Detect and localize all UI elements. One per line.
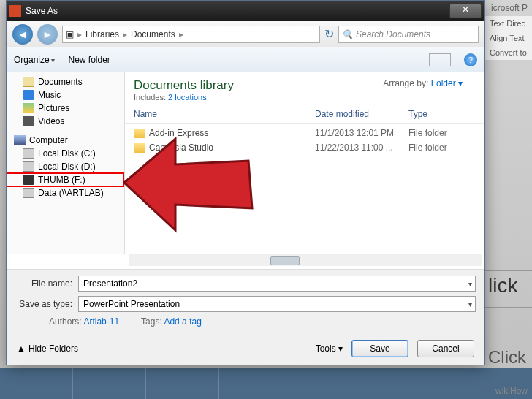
usb-drive-icon (23, 175, 34, 185)
view-options-button[interactable] (429, 53, 451, 66)
saveas-type-label: Save as type: (15, 299, 72, 309)
bg-slide-text: lick (488, 274, 532, 297)
new-folder-button[interactable]: New folder (68, 55, 110, 65)
dialog-title: Save As (26, 6, 449, 16)
bg-ribbon-panel: Text Direc Align Text Convert to (485, 16, 532, 60)
titlebar: Save As ✕ (7, 1, 484, 21)
music-icon (23, 90, 34, 100)
locations-link[interactable]: 2 locations (168, 93, 207, 102)
filename-label: File name: (15, 278, 72, 289)
save-as-dialog: Save As ✕ ◄ ► ▣ ▸ Libraries ▸ Documents … (6, 0, 485, 365)
tree-drive-c[interactable]: Local Disk (C:) (7, 147, 124, 160)
filename-input[interactable]: Presentation2 (78, 276, 476, 292)
tree-pictures[interactable]: Pictures (7, 102, 124, 115)
tree-computer[interactable]: Computer (7, 134, 124, 147)
forward-button[interactable]: ► (37, 24, 58, 45)
tree-documents[interactable]: Documents (7, 75, 124, 88)
documents-icon (23, 77, 34, 87)
list-item[interactable]: Camtasia Studio 11/22/2013 11:00 ... Fil… (134, 140, 476, 155)
hide-folders-button[interactable]: ▲Hide Folders (17, 343, 78, 354)
tree-drive-d[interactable]: Local Disk (D:) (7, 160, 124, 173)
file-list: Add-in Express 11/1/2013 12:01 PM File f… (125, 124, 484, 156)
nav-bar: ◄ ► ▣ ▸ Libraries ▸ Documents ▸ ↻ 🔍 Sear… (7, 21, 484, 48)
search-input[interactable]: 🔍 Search Documents (338, 26, 479, 43)
chevron-up-icon: ▲ (17, 343, 26, 354)
bg-thumbnail-strip (0, 368, 532, 399)
pictures-icon (23, 103, 34, 113)
refresh-icon[interactable]: ↻ (324, 27, 334, 41)
bg-app-title: icrosoft P (491, 3, 528, 13)
folder-icon (134, 143, 145, 153)
dialog-footer: ▲Hide Folders Tools ▾ Save Cancel (7, 332, 484, 365)
breadcrumb[interactable]: ▣ ▸ Libraries ▸ Documents ▸ (62, 26, 320, 43)
cancel-button[interactable]: Cancel (417, 340, 474, 357)
tree-drive-data[interactable]: Data (\\ARTLAB) (7, 186, 124, 200)
list-item[interactable]: Add-in Express 11/1/2013 12:01 PM File f… (134, 126, 476, 140)
library-header: Documents library Includes: 2 locations (125, 72, 484, 104)
organize-button[interactable]: Organize (14, 55, 55, 65)
help-button[interactable]: ? (464, 53, 477, 66)
arrange-by: Arrange by: Folder ▾ (383, 78, 463, 88)
search-icon: 🔍 (342, 29, 353, 39)
tools-dropdown[interactable]: Tools ▾ (316, 343, 343, 354)
tree-drive-thumb[interactable]: THUMB (F:) (7, 173, 124, 186)
folder-icon (134, 129, 145, 138)
toolbar: Organize New folder ? (7, 48, 484, 72)
videos-icon (23, 116, 34, 126)
libraries-icon: ▣ (66, 29, 74, 39)
watermark: wikiHow (495, 386, 528, 396)
nav-tree: Documents Music Pictures Videos Computer… (7, 72, 125, 254)
bg-slide-text2: Click (488, 347, 532, 368)
saveas-type-dropdown[interactable]: PowerPoint Presentation (78, 296, 476, 312)
powerpoint-icon (10, 5, 21, 17)
horizontal-scrollbar[interactable] (129, 254, 482, 266)
tree-videos[interactable]: Videos (7, 115, 124, 128)
save-button[interactable]: Save (352, 340, 408, 357)
column-headers[interactable]: Name Date modified Type (125, 104, 484, 124)
drive-icon (23, 162, 34, 172)
tree-music[interactable]: Music (7, 88, 124, 102)
arrange-by-dropdown[interactable]: Folder ▾ (431, 78, 463, 88)
tags-field[interactable]: Add a tag (164, 316, 201, 327)
back-button[interactable]: ◄ (12, 24, 33, 45)
authors-field[interactable]: Artlab-11 (83, 316, 119, 327)
drive-icon (23, 148, 34, 159)
computer-icon (14, 135, 26, 145)
close-button[interactable]: ✕ (449, 4, 482, 18)
scrollbar-thumb[interactable] (270, 256, 300, 265)
form-area: File name: Presentation2 Save as type: P… (7, 269, 484, 332)
content-pane: Documents library Includes: 2 locations … (125, 72, 484, 254)
network-drive-icon (23, 188, 34, 198)
